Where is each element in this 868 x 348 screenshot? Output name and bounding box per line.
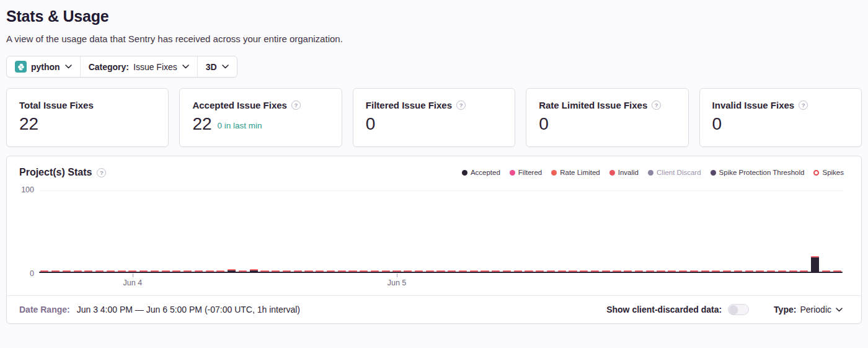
help-icon[interactable]: ? xyxy=(97,168,106,177)
x-axis-tick-label: Jun 5 xyxy=(388,279,407,287)
legend-item-client-discard[interactable]: Client Discard xyxy=(648,169,701,176)
category-filter-label: Category: xyxy=(89,62,129,72)
stat-card-value: 22 xyxy=(19,115,38,133)
chart-title: Project(s) Stats xyxy=(19,167,92,178)
legend-dot-icon xyxy=(648,170,653,176)
filter-bar: python Category: Issue Fixes 3D xyxy=(6,56,237,78)
stat-card-value: 22 xyxy=(192,115,211,133)
category-filter-value: Issue Fixes xyxy=(133,62,177,72)
chevron-down-icon xyxy=(65,65,72,69)
legend-dot-icon xyxy=(462,170,467,176)
chart-legend: Accepted Filtered Rate Limited Invalid C… xyxy=(462,169,844,176)
chart-bar xyxy=(811,256,819,272)
stat-card-label: Total Issue Fixes xyxy=(19,100,94,110)
project-filter-dropdown[interactable]: python xyxy=(7,56,80,77)
y-axis-label-min: 0 xyxy=(11,269,34,278)
page-title: Stats & Usage xyxy=(6,0,862,25)
x-axis-tick-label: Jun 4 xyxy=(123,279,143,287)
project-filter-label: python xyxy=(31,62,60,72)
stat-card-invalid: Invalid Issue Fixes ? 0 xyxy=(699,88,862,147)
date-range-label: Date Range: xyxy=(19,305,70,315)
toggle-knob xyxy=(729,305,738,314)
stat-card-total: Total Issue Fixes 22 xyxy=(6,88,169,147)
type-dropdown[interactable]: Type: Periodic xyxy=(774,305,843,315)
stat-card-label: Rate Limited Issue Fixes xyxy=(539,100,647,110)
date-range-filter-label: 3D xyxy=(206,62,217,72)
legend-dot-icon xyxy=(551,170,557,176)
legend-item-invalid[interactable]: Invalid xyxy=(609,169,639,176)
legend-item-filtered[interactable]: Filtered xyxy=(510,169,542,176)
legend-item-spike-protection-threshold[interactable]: Spike Protection Threshold xyxy=(711,169,805,176)
stat-card-label: Invalid Issue Fixes xyxy=(712,100,795,110)
category-filter-dropdown[interactable]: Category: Issue Fixes xyxy=(80,56,197,77)
project-stats-panel: Project(s) Stats ? Accepted Filtered Rat… xyxy=(6,156,862,324)
chart-footer: Date Range: Jun 3 4:00 PM — Jun 6 5:00 P… xyxy=(7,295,861,323)
stat-card-label: Accepted Issue Fixes xyxy=(192,100,287,110)
chart-x-axis: Jun 4Jun 5 xyxy=(39,273,843,293)
stat-card-value: 0 xyxy=(539,115,549,133)
y-axis-label-max: 100 xyxy=(11,185,34,194)
help-icon[interactable]: ? xyxy=(799,100,808,110)
chevron-down-icon xyxy=(222,65,229,69)
stat-card-filtered: Filtered Issue Fixes ? 0 xyxy=(353,88,515,147)
type-label: Type: xyxy=(774,305,796,315)
legend-dot-icon xyxy=(711,170,716,176)
client-discard-toggle[interactable] xyxy=(728,304,749,315)
legend-item-rate-limited[interactable]: Rate Limited xyxy=(551,169,600,176)
stat-card-value: 0 xyxy=(712,115,722,133)
legend-dot-icon xyxy=(609,170,615,176)
stats-usage-page: Stats & Usage A view of the usage data t… xyxy=(0,0,868,324)
python-logo-icon xyxy=(15,61,27,73)
legend-item-accepted[interactable]: Accepted xyxy=(462,169,500,176)
stat-card-label: Filtered Issue Fixes xyxy=(366,100,452,110)
legend-dot-icon xyxy=(510,170,515,176)
stat-card-value: 0 xyxy=(366,115,376,133)
chevron-down-icon xyxy=(836,308,843,312)
help-icon[interactable]: ? xyxy=(291,100,301,110)
help-icon[interactable]: ? xyxy=(652,100,661,110)
chevron-down-icon xyxy=(182,65,189,69)
date-range-filter-dropdown[interactable]: 3D xyxy=(197,56,237,77)
date-range-value: Jun 3 4:00 PM — Jun 6 5:00 PM (-07:00 UT… xyxy=(77,305,300,315)
show-client-discard-label: Show client-discarded data: xyxy=(606,305,722,315)
stat-cards-row: Total Issue Fixes 22 Accepted Issue Fixe… xyxy=(6,88,862,147)
chart-plot: 100 0 xyxy=(39,190,843,273)
legend-item-spikes[interactable]: Spikes xyxy=(813,169,844,176)
stat-card-trend: 0 in last min xyxy=(218,121,262,133)
page-subtitle: A view of the usage data that Sentry has… xyxy=(6,33,862,44)
stat-card-rate-limited: Rate Limited Issue Fixes ? 0 xyxy=(526,88,688,147)
stat-card-accepted: Accepted Issue Fixes ? 22 0 in last min xyxy=(179,88,342,147)
type-value: Periodic xyxy=(800,305,831,315)
chart-bars xyxy=(39,190,843,272)
help-icon[interactable]: ? xyxy=(456,100,466,110)
legend-ring-icon xyxy=(813,170,819,176)
